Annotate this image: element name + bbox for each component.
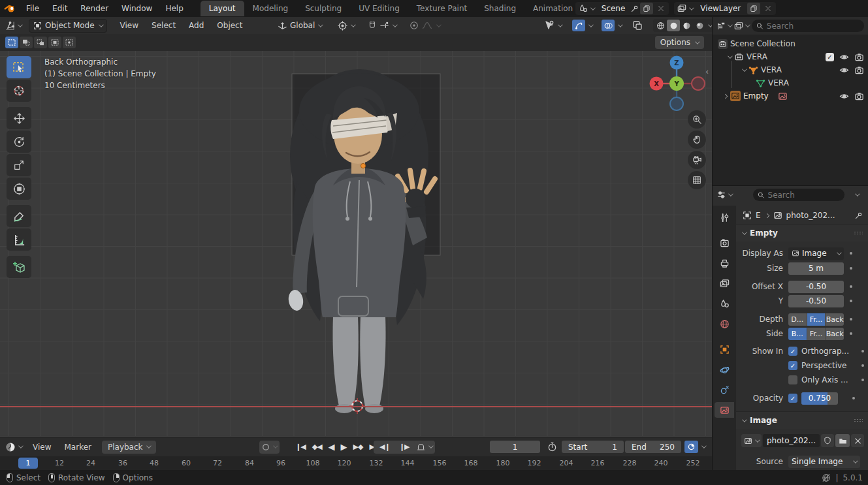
prev-keyframe-button[interactable]: ◆◀ — [309, 443, 325, 451]
orientation-dropdown[interactable] — [318, 22, 323, 27]
animate-dot[interactable] — [861, 379, 864, 381]
hide-eye-icon[interactable] — [839, 65, 849, 75]
tab-sculpting[interactable]: Sculpting — [297, 1, 350, 16]
toggle-ortho-button[interactable] — [688, 171, 706, 189]
outliner-row-mesh-vera[interactable]: VERA — [713, 76, 868, 89]
measure-tool[interactable] — [7, 228, 31, 251]
unlink-image-button[interactable] — [851, 434, 864, 447]
depth-back-option[interactable]: Back — [826, 313, 844, 326]
jump-to-start-button[interactable]: ❙◀ — [292, 443, 309, 451]
object-expand-arrow[interactable] — [742, 67, 747, 71]
annotate-tool[interactable] — [7, 205, 31, 227]
add-cube-tool[interactable] — [7, 256, 31, 278]
image-name-field[interactable]: photo_202... — [763, 434, 820, 447]
tab-animation[interactable]: Animation — [524, 1, 573, 16]
frame-end-field[interactable]: End 250 — [625, 441, 681, 453]
animate-dot[interactable] — [852, 397, 855, 399]
tab-render[interactable] — [715, 235, 734, 251]
properties-options-dropdown[interactable] — [855, 191, 860, 196]
viewlayer-name[interactable]: ViewLayer — [695, 4, 746, 13]
move-tool[interactable] — [7, 107, 31, 129]
outliner-display-mode-button[interactable] — [716, 22, 731, 31]
play-reverse-button[interactable]: ◀ — [325, 442, 338, 452]
transform-tool[interactable] — [7, 178, 31, 200]
fake-user-shield-button[interactable] — [821, 434, 834, 447]
navigation-gizmo[interactable]: Z X Y — [642, 51, 712, 119]
animate-dot[interactable] — [861, 364, 864, 367]
tab-shading[interactable]: Shading — [475, 1, 524, 16]
tab-layout[interactable]: Layout — [201, 1, 244, 16]
timeline-editor-type-button[interactable] — [0, 442, 26, 452]
falloff-curve-icon[interactable] — [421, 21, 433, 30]
panel-grip-icon[interactable] — [854, 231, 863, 235]
outliner-row-scene-collection[interactable]: Scene Collection — [713, 37, 868, 50]
offset-x-field[interactable]: -0.50 — [788, 281, 844, 293]
next-keyframe-button[interactable]: ▶◆ — [350, 443, 366, 451]
menu-object[interactable]: Object — [210, 18, 249, 33]
tab-physics[interactable] — [715, 362, 734, 377]
frame-start-field[interactable]: Start 1 — [562, 441, 624, 453]
select-mode-new-button[interactable] — [5, 37, 18, 48]
hide-eye-icon[interactable] — [839, 91, 849, 101]
sidebar-collapse-arrow[interactable]: ‹ — [705, 67, 709, 76]
menu-add[interactable]: Add — [182, 18, 210, 33]
visibility-dropdown[interactable] — [558, 22, 562, 27]
snap-target-icon[interactable] — [379, 21, 389, 31]
remove-viewlayer-button[interactable] — [762, 3, 775, 14]
viewport-canvas[interactable]: Back Orthographic (1) Scene Collection |… — [0, 51, 712, 437]
menu-render[interactable]: Render — [74, 1, 115, 16]
render-camera-icon[interactable] — [854, 65, 864, 75]
orientation-label[interactable]: Global — [290, 21, 315, 30]
pin-icon[interactable] — [854, 211, 863, 220]
size-field[interactable]: 5 m — [788, 262, 844, 275]
source-dropdown[interactable]: Single Image — [788, 456, 860, 468]
shading-material-button[interactable] — [680, 20, 693, 31]
image-browse-button[interactable] — [741, 434, 762, 447]
overlays-dropdown[interactable] — [618, 22, 622, 27]
tab-view-layer[interactable] — [715, 275, 734, 291]
outliner-filter-button[interactable] — [734, 22, 749, 31]
pan-button[interactable] — [688, 131, 706, 149]
current-frame-field[interactable]: 1 — [490, 441, 540, 453]
animate-dot[interactable] — [850, 252, 852, 255]
hide-eye-icon[interactable] — [839, 52, 849, 62]
select-box-tool[interactable] — [7, 56, 31, 78]
preview-range-icon[interactable] — [417, 443, 425, 451]
zoom-button[interactable] — [688, 110, 706, 129]
shading-solid-button[interactable] — [667, 20, 680, 31]
rotate-tool[interactable] — [7, 131, 31, 153]
image-panel-header[interactable]: Image — [736, 411, 868, 429]
shading-rendered-button[interactable] — [693, 20, 706, 31]
properties-search-input[interactable] — [768, 191, 840, 200]
show-overlays-toggle[interactable] — [602, 20, 615, 31]
outliner-search-input[interactable] — [767, 22, 860, 31]
properties-search[interactable] — [753, 189, 844, 201]
perspective-checkbox[interactable]: ✓ — [788, 361, 797, 370]
only-axis-checkbox[interactable] — [788, 375, 797, 384]
empty-expand-arrow[interactable] — [723, 93, 728, 98]
snap-dropdown[interactable] — [393, 22, 397, 27]
tab-scene[interactable] — [715, 296, 734, 311]
options-button[interactable]: Options — [655, 36, 704, 49]
empty-panel-header[interactable]: Empty — [736, 224, 868, 242]
object-type-visibility-icon[interactable] — [544, 20, 555, 31]
outliner-search[interactable] — [752, 20, 864, 32]
panel-grip-icon[interactable] — [854, 418, 863, 422]
editor-type-button[interactable] — [0, 21, 25, 31]
play-button[interactable]: ▶ — [338, 442, 350, 452]
cursor-tool[interactable] — [7, 80, 31, 102]
select-mode-intersect-button[interactable] — [63, 37, 76, 48]
outliner-row-empty[interactable]: Empty — [713, 89, 868, 102]
stopwatch-icon[interactable] — [547, 442, 557, 452]
menu-file[interactable]: File — [20, 1, 46, 16]
tab-constraints[interactable] — [715, 382, 734, 398]
animate-dot[interactable] — [850, 267, 852, 270]
timeline-menu-marker[interactable]: Marker — [57, 443, 97, 452]
tab-output[interactable] — [715, 255, 734, 271]
animate-dot[interactable] — [861, 350, 864, 352]
menu-select[interactable]: Select — [145, 18, 182, 33]
show-gizmo-toggle[interactable] — [572, 20, 585, 31]
blender-logo-icon[interactable] — [0, 4, 20, 13]
timeline-ruler[interactable]: 1 12 24 36 48 60 72 84 96 108 120 132 14… — [0, 456, 712, 471]
opacity-slider[interactable]: 0.750 — [801, 392, 838, 405]
